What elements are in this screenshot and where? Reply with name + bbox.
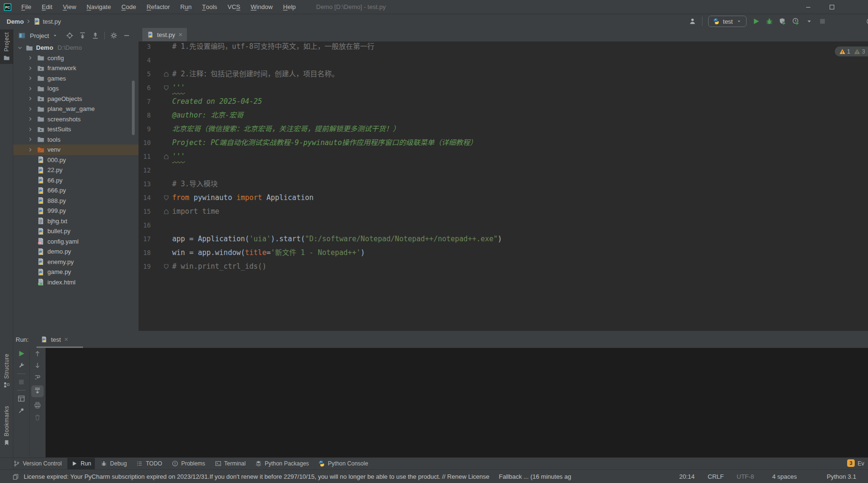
folder-icon[interactable]	[37, 115, 45, 123]
menu-tools[interactable]: Tools	[197, 0, 222, 14]
menu-window[interactable]: Window	[246, 0, 278, 14]
restore-layout-icon[interactable]	[18, 395, 25, 402]
python-file-icon[interactable]	[37, 197, 45, 204]
run-tab-test[interactable]: test ×	[41, 336, 68, 343]
breadcrumb-project[interactable]: Demo	[7, 18, 24, 25]
license-message[interactable]: License expired: Your PyCharm subscripti…	[24, 473, 489, 480]
python-file-icon[interactable]	[37, 207, 45, 215]
toolwindow-button-debug[interactable]: Debug	[97, 458, 130, 470]
toolwindow-button-todo[interactable]: TODO	[132, 458, 166, 470]
close-icon[interactable]: ×	[178, 31, 182, 38]
tree-item-framework[interactable]: framework	[13, 63, 139, 73]
chevron-right-icon[interactable]	[28, 147, 33, 153]
profiler-icon[interactable]	[792, 18, 800, 25]
text-file-icon[interactable]	[37, 217, 45, 225]
yaml-file-icon[interactable]: YML	[37, 237, 45, 245]
tree-item-plane_war_game[interactable]: plane_war_game	[13, 104, 139, 114]
fold-marker-icon[interactable]	[163, 264, 169, 270]
event-log-badge[interactable]: 3	[847, 459, 855, 467]
menu-run[interactable]: Run	[175, 0, 197, 14]
tree-item-config[interactable]: config	[13, 53, 139, 64]
chevron-right-icon[interactable]	[28, 86, 33, 91]
editor-tab-testpy[interactable]: test.py ×	[142, 28, 187, 41]
html-file-icon[interactable]: 5	[37, 278, 45, 286]
folder-icon[interactable]	[26, 44, 33, 52]
fold-marker-icon[interactable]	[163, 71, 169, 77]
stripe-button-structure[interactable]: Structure	[0, 351, 13, 391]
toolwindow-button-problems[interactable]: Problems	[168, 458, 209, 470]
scroll-end-icon[interactable]	[34, 387, 41, 394]
status-message[interactable]: License expired: Your PyCharm subscripti…	[12, 470, 571, 483]
tree-item-testSuits[interactable]: testSuits	[13, 124, 139, 135]
toolwindow-button-version-control[interactable]: Version Control	[9, 458, 65, 470]
user-icon[interactable]	[689, 18, 696, 25]
python-file-icon[interactable]	[37, 228, 45, 235]
indent-widget[interactable]: 4 spaces	[772, 470, 797, 483]
folder-icon[interactable]	[37, 136, 45, 143]
toolwindow-button-python-packages[interactable]: Python Packages	[251, 458, 313, 470]
folder-icon[interactable]	[37, 54, 45, 62]
toolwindow-button-run[interactable]: Run	[67, 458, 95, 470]
clear-icon[interactable]	[34, 413, 41, 421]
tree-item-22.py[interactable]: 22.py	[13, 165, 139, 175]
maximize-icon[interactable]	[829, 4, 835, 10]
menu-refactor[interactable]: Refactor	[141, 0, 175, 14]
tree-item-screenshots[interactable]: screenshots	[13, 114, 139, 125]
tree-item-888.py[interactable]: 888.py	[13, 196, 139, 206]
expand-all-icon[interactable]	[79, 32, 86, 39]
package-folder-icon[interactable]	[37, 95, 45, 102]
menu-file[interactable]: File	[16, 0, 37, 14]
chevron-right-icon[interactable]	[28, 106, 33, 112]
down-arrow-icon[interactable]	[34, 362, 41, 369]
python-file-icon[interactable]	[37, 166, 45, 174]
package-folder-icon[interactable]	[37, 126, 45, 133]
play-icon[interactable]	[752, 18, 760, 25]
encoding-widget[interactable]: UTF-8	[737, 470, 754, 483]
run-configuration-select[interactable]: test	[708, 16, 747, 27]
python-file-icon[interactable]	[37, 258, 45, 265]
pin-icon[interactable]	[18, 407, 25, 414]
chevron-right-icon[interactable]	[28, 96, 33, 101]
folder-icon[interactable]	[37, 74, 45, 82]
dropdown-caret-icon[interactable]	[805, 18, 813, 25]
tree-item-Demo[interactable]: DemoD:\Demo	[13, 43, 139, 53]
dropdown-caret-icon[interactable]	[52, 33, 58, 38]
python-file-icon[interactable]	[37, 187, 45, 194]
up-arrow-icon[interactable]	[34, 350, 41, 357]
stop-icon[interactable]	[18, 378, 25, 386]
tree-item-666.py[interactable]: 666.py	[13, 185, 139, 196]
chevron-right-icon[interactable]	[28, 127, 33, 132]
interpreter-widget[interactable]: Python 3.1	[827, 470, 856, 483]
chevron-right-icon[interactable]	[28, 65, 33, 71]
package-folder-icon[interactable]	[37, 64, 45, 72]
menu-code[interactable]: Code	[116, 0, 141, 14]
minimize-icon[interactable]	[805, 4, 812, 10]
tree-item-games[interactable]: games	[13, 73, 139, 84]
selected-toggle[interactable]	[31, 385, 44, 397]
softwrap-icon[interactable]	[34, 374, 41, 381]
debug-icon[interactable]	[766, 18, 773, 25]
tree-item-venv[interactable]: venv	[13, 145, 139, 155]
tree-item-bjhg.txt[interactable]: bjhg.txt	[13, 216, 139, 227]
tree-item-logs[interactable]: logs	[13, 83, 139, 94]
coverage-icon[interactable]	[779, 18, 786, 25]
python-file-icon[interactable]	[37, 248, 45, 255]
line-ending-widget[interactable]: CRLF	[708, 470, 724, 483]
stop-icon[interactable]	[819, 18, 826, 25]
fold-marker-icon[interactable]	[163, 209, 169, 215]
python-file-icon[interactable]	[37, 268, 45, 276]
close-icon[interactable]: ×	[64, 336, 68, 343]
tree-item-pageObjects[interactable]: pageObjects	[13, 94, 139, 104]
tree-item-000.py[interactable]: 000.py	[13, 155, 139, 165]
python-file-icon[interactable]	[37, 156, 45, 164]
chevron-right-icon[interactable]	[28, 75, 33, 81]
tree-item-bullet.py[interactable]: bullet.py	[13, 226, 139, 237]
menu-help[interactable]: Help	[278, 0, 301, 14]
locate-icon[interactable]	[66, 32, 74, 39]
chevron-right-icon[interactable]	[28, 137, 33, 142]
tree-item-tools[interactable]: tools	[13, 135, 139, 145]
project-view-selector[interactable]: Project	[30, 32, 49, 39]
tree-item-999.py[interactable]: 999.py	[13, 206, 139, 216]
fold-marker-icon[interactable]	[163, 195, 169, 201]
stripe-button-project[interactable]: Project	[0, 29, 13, 64]
